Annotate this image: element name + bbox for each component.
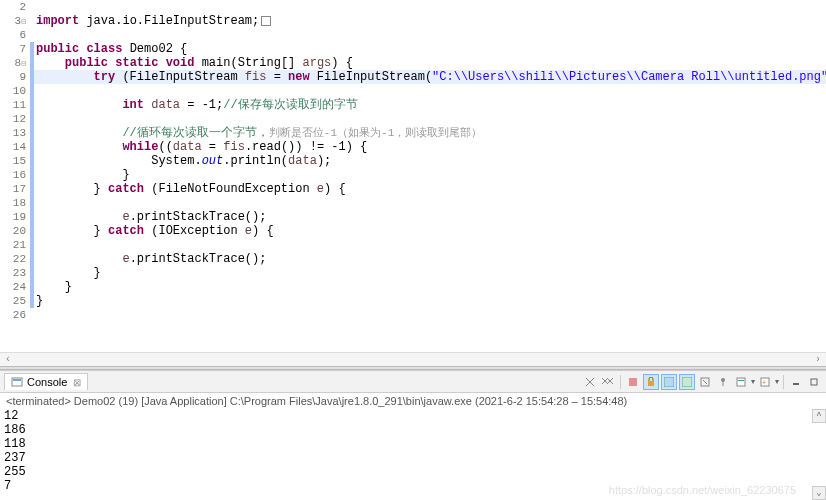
scroll-left-icon[interactable]: ‹ xyxy=(2,354,14,366)
remove-all-terminated-button[interactable] xyxy=(600,374,616,390)
svg-rect-16 xyxy=(737,378,745,386)
line-number: 10 xyxy=(0,84,30,98)
console-status-line: <terminated> Demo02 (19) [Java Applicati… xyxy=(0,393,826,409)
console-output-line: 118 xyxy=(4,437,822,451)
line-number: 19 xyxy=(0,210,30,224)
code-line[interactable]: try (FileInputStream fis = new FileInput… xyxy=(30,70,826,84)
console-toolbar: ▾ + ▾ xyxy=(582,374,822,390)
line-number: 16 xyxy=(0,168,30,182)
code-line[interactable]: public static void main(String[] args) { xyxy=(30,56,826,70)
svg-line-13 xyxy=(703,380,707,384)
svg-text:+: + xyxy=(762,379,766,386)
svg-rect-8 xyxy=(629,378,637,386)
console-tab-label: Console xyxy=(27,376,67,388)
console-icon xyxy=(11,376,23,388)
minimize-button[interactable] xyxy=(788,374,804,390)
fold-indicator-icon[interactable] xyxy=(261,16,271,26)
code-line[interactable]: public class Demo02 { xyxy=(30,42,826,56)
svg-rect-1 xyxy=(13,379,21,381)
line-number: 25 xyxy=(0,294,30,308)
line-number: 3⊟ xyxy=(0,14,30,28)
show-standard-out-button[interactable] xyxy=(661,374,677,390)
dropdown-arrow-icon[interactable]: ▾ xyxy=(751,377,755,386)
console-output-line: 12 xyxy=(4,409,822,423)
console-output-line: 186 xyxy=(4,423,822,437)
line-number: 26 xyxy=(0,308,30,322)
code-line[interactable] xyxy=(30,84,826,98)
change-marker xyxy=(30,42,34,308)
svg-rect-21 xyxy=(811,379,817,385)
line-number-gutter: 23⊟678⊟910111213141516171819202122232425… xyxy=(0,0,30,322)
svg-point-14 xyxy=(721,378,725,382)
code-line[interactable]: int data = -1;//保存每次读取到的字节 xyxy=(30,98,826,112)
maximize-button[interactable] xyxy=(806,374,822,390)
close-tab-icon[interactable]: ⊠ xyxy=(73,377,81,388)
code-line[interactable]: //循环每次读取一个字节，判断是否位-1（如果为-1，则读取到尾部） xyxy=(30,126,826,140)
console-tab[interactable]: Console ⊠ xyxy=(4,373,88,390)
remove-launch-button[interactable] xyxy=(582,374,598,390)
svg-rect-9 xyxy=(648,381,654,386)
console-output[interactable]: ^ ⌄ 121861182372557https://blog.csdn.net… xyxy=(0,409,826,500)
code-line[interactable]: System.out.println(data); xyxy=(30,154,826,168)
svg-rect-17 xyxy=(738,380,744,381)
dropdown-arrow-icon[interactable]: ▾ xyxy=(775,377,779,386)
code-line[interactable] xyxy=(30,0,826,14)
display-selected-console-button[interactable] xyxy=(733,374,749,390)
line-number: 18 xyxy=(0,196,30,210)
show-standard-err-button[interactable] xyxy=(679,374,695,390)
clear-console-button[interactable] xyxy=(697,374,713,390)
code-line[interactable]: } xyxy=(30,280,826,294)
code-line[interactable]: } xyxy=(30,266,826,280)
watermark-text: https://blog.csdn.net/weixin_62230675 xyxy=(609,484,796,496)
code-area[interactable]: import java.io.FileInputStream;public cl… xyxy=(30,0,826,322)
line-number: 9 xyxy=(0,70,30,84)
line-number: 23 xyxy=(0,266,30,280)
console-output-line: 237 xyxy=(4,451,822,465)
code-line[interactable] xyxy=(30,28,826,42)
code-line[interactable]: while((data = fis.read()) != -1) { xyxy=(30,140,826,154)
code-line[interactable] xyxy=(30,196,826,210)
line-number: 7 xyxy=(0,42,30,56)
console-output-line: 255 xyxy=(4,465,822,479)
line-number: 13 xyxy=(0,126,30,140)
pin-console-button[interactable] xyxy=(715,374,731,390)
line-number: 20 xyxy=(0,224,30,238)
line-number: 22 xyxy=(0,252,30,266)
line-number: 21 xyxy=(0,238,30,252)
editor-horizontal-scrollbar[interactable]: ‹ › xyxy=(0,352,826,366)
code-line[interactable]: } xyxy=(30,294,826,308)
line-number: 6 xyxy=(0,28,30,42)
line-number: 11 xyxy=(0,98,30,112)
code-line[interactable]: e.printStackTrace(); xyxy=(30,210,826,224)
console-panel: Console ⊠ ▾ + ▾ <terminated> Demo02 (19)… xyxy=(0,370,826,500)
line-number: 24 xyxy=(0,280,30,294)
svg-rect-11 xyxy=(682,377,692,387)
code-line[interactable]: import java.io.FileInputStream; xyxy=(30,14,826,28)
code-line[interactable]: } catch (FileNotFoundException e) { xyxy=(30,182,826,196)
code-line[interactable] xyxy=(30,308,826,322)
console-tab-bar: Console ⊠ ▾ + ▾ xyxy=(0,371,826,393)
svg-rect-10 xyxy=(664,377,674,387)
code-line[interactable] xyxy=(30,238,826,252)
scroll-down-icon[interactable]: ⌄ xyxy=(812,486,826,500)
line-number: 14 xyxy=(0,140,30,154)
line-number: 15 xyxy=(0,154,30,168)
line-number: 2 xyxy=(0,0,30,14)
code-line[interactable]: e.printStackTrace(); xyxy=(30,252,826,266)
scroll-up-icon[interactable]: ^ xyxy=(812,409,826,423)
terminate-button xyxy=(625,374,641,390)
open-console-button[interactable]: + xyxy=(757,374,773,390)
code-line[interactable]: } catch (IOException e) { xyxy=(30,224,826,238)
code-line[interactable] xyxy=(30,112,826,126)
code-line[interactable]: } xyxy=(30,168,826,182)
line-number: 8⊟ xyxy=(0,56,30,70)
line-number: 12 xyxy=(0,112,30,126)
scroll-right-icon[interactable]: › xyxy=(812,354,824,366)
scroll-lock-button[interactable] xyxy=(643,374,659,390)
code-editor[interactable]: 23⊟678⊟910111213141516171819202122232425… xyxy=(0,0,826,352)
line-number: 17 xyxy=(0,182,30,196)
